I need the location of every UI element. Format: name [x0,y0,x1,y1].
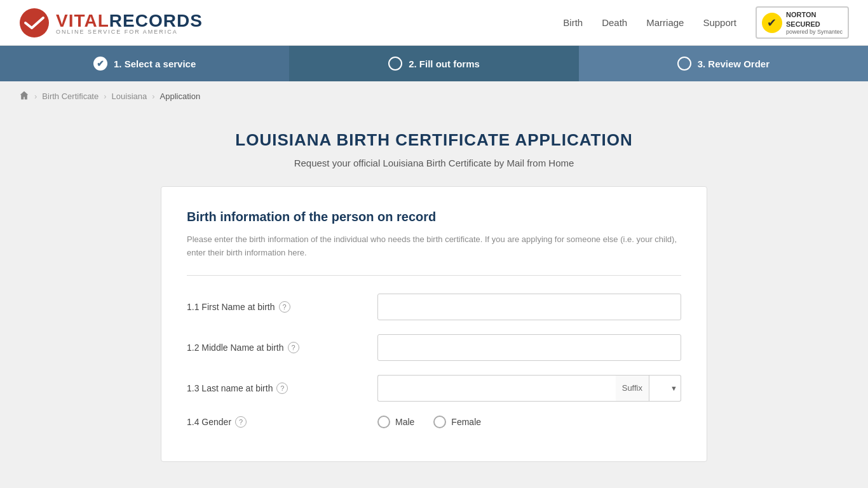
home-icon [19,90,29,100]
label-1-3: 1.3 Last name at birth ? [187,383,365,394]
step3-label: 3. Review Order [698,58,770,69]
breadcrumb: › Birth Certificate › Louisiana › Applic… [0,81,868,111]
main-content: LOUISIANA BIRTH CERTIFICATE APPLICATION … [148,130,720,462]
label-1-2: 1.2 Middle Name at birth ? [187,342,365,353]
main-nav: Birth Death Marriage Support ✔ NORTON SE… [563,6,849,39]
section-divider [187,275,681,276]
logo-records: RECORDS [109,11,203,30]
field-row-1-4: 1.4 Gender ? Male Female [187,416,681,428]
progress-step-2: 2. Fill out forms [289,46,578,81]
norton-text: NORTON SECURED powered by Symantec [786,10,843,35]
last-name-suffix-wrapper: Suffix Jr. Sr. II III IV ▼ [377,375,681,402]
help-icon-1-2[interactable]: ? [288,342,299,353]
gender-male-option[interactable]: Male [377,416,414,428]
svg-point-0 [20,8,49,37]
input-last-name[interactable] [377,375,616,402]
gender-female-option[interactable]: Female [433,416,481,428]
input-first-name[interactable] [377,294,681,320]
radio-male-circle [377,416,390,428]
radio-female-circle [433,416,446,428]
gender-options: Male Female [377,416,681,428]
logo-area: VITALRECORDS ONLINE SERVICE FOR AMERICA [19,8,203,38]
label-1-1: 1.1 First Name at birth ? [187,301,365,313]
gender-female-label: Female [451,417,481,427]
step2-label: 2. Fill out forms [409,58,480,69]
progress-step-1: ✔ 1. Select a service [0,46,289,81]
breadcrumb-home[interactable] [19,90,29,102]
suffix-label: Suffix [616,375,649,402]
field-row-1-2: 1.2 Middle Name at birth ? [187,334,681,361]
breadcrumb-sep-3: › [152,92,154,101]
norton-check-icon: ✔ [762,13,782,33]
section-desc: Please enter the birth information of th… [187,233,681,260]
help-icon-1-1[interactable]: ? [279,301,290,313]
input-middle-name[interactable] [377,334,681,361]
suffix-select-wrapper: Jr. Sr. II III IV ▼ [649,375,681,402]
logo-text: VITALRECORDS ONLINE SERVICE FOR AMERICA [56,11,203,35]
page-title: LOUISIANA BIRTH CERTIFICATE APPLICATION [161,130,707,150]
help-icon-1-4[interactable]: ? [235,416,247,428]
norton-powered: powered by Symantec [786,29,843,35]
progress-bar: ✔ 1. Select a service 2. Fill out forms … [0,46,868,81]
help-icon-1-3[interactable]: ? [276,383,288,394]
site-header: VITALRECORDS ONLINE SERVICE FOR AMERICA … [0,0,868,46]
breadcrumb-louisiana[interactable]: Louisiana [112,92,147,101]
nav-birth[interactable]: Birth [563,17,583,28]
step2-circle-icon [388,57,402,71]
nav-death[interactable]: Death [602,17,627,28]
page-subtitle: Request your official Louisiana Birth Ce… [161,158,707,168]
field-row-1-1: 1.1 First Name at birth ? [187,294,681,320]
section-title: Birth information of the person on recor… [187,210,681,224]
progress-step-3: 3. Review Order [579,46,868,81]
breadcrumb-birth-certificate[interactable]: Birth Certificate [42,92,98,101]
step1-check-icon: ✔ [93,57,107,71]
breadcrumb-application: Application [160,92,201,101]
label-1-4: 1.4 Gender ? [187,416,365,428]
logo-vital: VITAL [56,11,109,30]
step1-label: 1. Select a service [114,58,196,69]
step3-circle-icon [677,57,691,71]
logo-icon [19,8,50,38]
field-row-1-3: 1.3 Last name at birth ? Suffix Jr. Sr. … [187,375,681,402]
nav-marriage[interactable]: Marriage [646,17,684,28]
norton-secured-text: NORTON SECURED [786,10,843,29]
breadcrumb-sep-2: › [104,92,106,101]
breadcrumb-sep-1: › [34,92,37,101]
gender-male-label: Male [395,417,414,427]
norton-badge: ✔ NORTON SECURED powered by Symantec [756,6,849,39]
form-card: Birth information of the person on recor… [161,186,707,462]
suffix-select[interactable]: Jr. Sr. II III IV [649,375,681,402]
nav-support[interactable]: Support [703,17,736,28]
